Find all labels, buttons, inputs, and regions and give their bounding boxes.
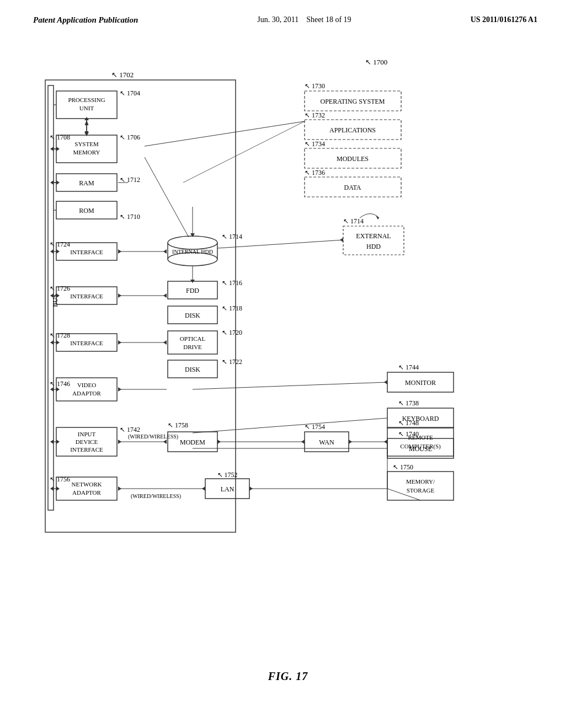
applications-text: APPLICATIONS [329, 126, 376, 134]
network-adaptor-text2: ADAPTOR [72, 489, 101, 496]
ref-1706: ↖ 1706 [120, 133, 140, 141]
external-hdd-box [343, 226, 404, 255]
ref-1752: ↖ 1752 [217, 471, 238, 479]
ref-1700-label: ↖ 1700 [365, 58, 387, 66]
ref-1718: ↖ 1718 [222, 304, 242, 312]
arrow-right-1728 [163, 340, 167, 345]
monitor-text: MONITOR [405, 379, 436, 387]
arrow-left-lan [249, 486, 253, 491]
arrow-right-1726 [163, 293, 167, 298]
va-to-monitor-line [193, 382, 387, 389]
ref-1728: ↖ 1728 [50, 331, 70, 339]
arrow-left-na [118, 486, 121, 491]
ram-text: RAM [79, 179, 94, 187]
rom-text: ROM [79, 207, 94, 215]
ref-1710: ↖ 1710 [120, 213, 140, 221]
fdd-text: FDD [186, 287, 199, 295]
ref-1734: ↖ 1734 [305, 140, 325, 148]
idi-left-arr [50, 440, 54, 444]
ref-1704: ↖ 1704 [120, 89, 140, 97]
arrow-left-1728 [118, 340, 121, 345]
ref-1720: ↖ 1720 [222, 329, 242, 336]
optical-drive-box [168, 331, 217, 354]
idi-right-arr [56, 440, 60, 444]
wired-wireless-1742: (WIRED/WIRELESS) [128, 433, 178, 440]
system-memory-text1: SYSTEM [74, 141, 99, 147]
sm-right-arr [56, 147, 60, 151]
ref-1738: ↖ 1738 [398, 399, 419, 407]
ram-left-arr [50, 180, 54, 185]
input-device-interface-text3: INTERFACE [70, 446, 103, 453]
arrow-to-monitor [384, 380, 387, 384]
ref-1730: ↖ 1730 [305, 82, 325, 90]
arrow-left-idi [118, 440, 121, 444]
internal-hdd-text: INTERNAL HDD [172, 249, 213, 255]
external-hdd-text1: EXTERNAL [356, 232, 391, 240]
int1728-left-arr [50, 340, 54, 345]
optical-drive-text1: OPTICAL [180, 335, 206, 342]
network-adaptor-text1: NETWORK [72, 481, 102, 488]
patent-diagram-svg: ↖ 1700 ↖ 1702 PROCESSING UNIT ↖ 1704 SYS… [34, 36, 542, 654]
header-center-info: Jun. 30, 2011 Sheet 18 of 19 [257, 15, 351, 24]
arrow-left-va [118, 387, 121, 392]
ref-1744: ↖ 1744 [398, 363, 419, 371]
idi-to-keyboard-line [193, 418, 387, 433]
header-patent-number: US 2011/0161276 A1 [471, 15, 537, 24]
memory-storage-text1: MEMORY/ [406, 478, 435, 485]
ref-1724: ↖ 1724 [50, 240, 70, 248]
int1728-right-arr [56, 340, 60, 345]
arrow-left-1726 [118, 293, 121, 298]
arrow-left-1724 [118, 249, 121, 254]
arrow-right-na [202, 486, 205, 491]
ref-1714-internal: ↖ 1714 [222, 233, 242, 240]
arrow-left-wan [349, 440, 352, 444]
memory-storage-text2: STORAGE [407, 487, 435, 494]
ref-1726: ↖ 1726 [50, 285, 70, 292]
wired-wireless-1756: (WIRED/WIRELESS) [131, 493, 181, 500]
memory-storage-box [387, 472, 454, 500]
processing-unit-text2: UNIT [79, 105, 94, 111]
int1724-left-arr [50, 249, 54, 254]
arrow-left-modem [217, 440, 221, 444]
arrow-right-wan [301, 440, 305, 444]
ram-right-arr [56, 180, 60, 185]
remote-computers-text1: REMOTE [408, 434, 433, 441]
lan-text: LAN [221, 485, 234, 493]
ref-1714-ext: ↖ 1714 [343, 217, 364, 225]
ref-1736: ↖ 1736 [305, 169, 325, 176]
data-text: DATA [344, 184, 361, 191]
ref-1754: ↖ 1754 [305, 423, 325, 431]
optical-drive-text2: DRIVE [183, 344, 202, 350]
na-right-arr [56, 486, 60, 491]
arrow-right-rc [384, 440, 387, 444]
va-left-arr [50, 387, 54, 392]
interface-1728-text: INTERFACE [70, 340, 103, 346]
ref-1742: ↖ 1742 [120, 426, 140, 433]
int1724-right-arr [56, 249, 60, 254]
video-adaptor-text1: VIDEO [77, 382, 96, 388]
header-date: Jun. 30, 2011 [257, 15, 299, 24]
input-device-interface-text2: DEVICE [76, 438, 98, 445]
external-hdd-text2: HDD [366, 243, 381, 250]
sm-left-arr [50, 147, 54, 151]
arrow-right-1724 [163, 249, 167, 254]
wan-text: WAN [319, 438, 334, 446]
system-memory-text2: MEMORY [73, 149, 100, 156]
remote-computers-text2: COMPUTER(S) [400, 443, 441, 450]
diagram-area: ↖ 1700 ↖ 1702 PROCESSING UNIT ↖ 1704 SYS… [0, 30, 565, 699]
ref-1756: ↖ 1756 [50, 475, 70, 483]
hdd-ext-line [217, 240, 343, 248]
disk-1722-text: DISK [185, 366, 200, 373]
figure-label: FIG. 17 [33, 670, 543, 683]
arrow-ext-hdd [340, 238, 343, 242]
hdd-top-ellipse [168, 236, 217, 249]
ref-1716: ↖ 1716 [222, 279, 242, 287]
ref-1708: ↖ 1708 [50, 133, 70, 141]
header-publication-label: Patent Application Publication [33, 15, 138, 25]
input-device-interface-text1: INPUT [78, 431, 96, 437]
sm-to-hdd-line [145, 157, 189, 237]
processing-unit-text: PROCESSING [68, 97, 105, 103]
ref-1750: ↖ 1750 [393, 463, 413, 471]
disk-1718-text: DISK [185, 312, 200, 319]
video-adaptor-text2: ADAPTOR [72, 390, 101, 397]
